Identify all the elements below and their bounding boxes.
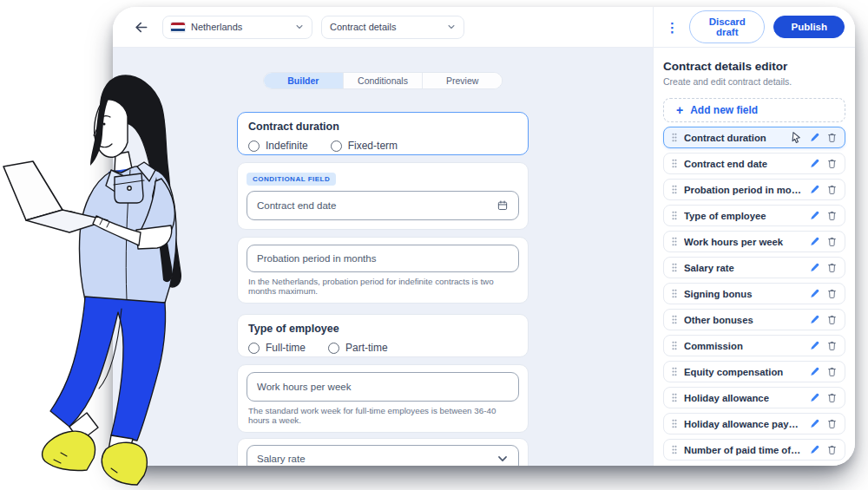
drag-handle-icon[interactable]: [671, 210, 678, 221]
field-row[interactable]: Salary rate: [663, 257, 845, 278]
topbar-left: Netherlands Contract details: [113, 7, 653, 47]
work-hours-input[interactable]: [247, 372, 519, 402]
salary-rate-select[interactable]: Salary rate: [247, 445, 519, 466]
delete-icon[interactable]: [826, 210, 838, 221]
edit-icon[interactable]: [809, 158, 820, 169]
delete-icon[interactable]: [826, 158, 838, 169]
chevron-down-icon: [295, 23, 304, 31]
field-row[interactable]: Holiday allowance payment fre...: [663, 413, 845, 434]
edit-icon[interactable]: [809, 288, 820, 299]
app-window: Netherlands Contract details ⋮ Discard d…: [113, 7, 855, 466]
field-card-contract-end-date[interactable]: CONDITIONAL FIELD: [237, 162, 529, 230]
radio-full-time[interactable]: Full-time: [248, 342, 306, 354]
work-hours-field[interactable]: [257, 382, 509, 392]
salary-rate-value: Salary rate: [257, 454, 496, 464]
field-row[interactable]: Other bonuses: [663, 309, 845, 330]
delete-icon[interactable]: [826, 366, 838, 377]
field-row[interactable]: Equity compensation: [663, 361, 845, 382]
builder-canvas: Builder Conditionals Preview Contract du…: [113, 48, 653, 466]
drag-handle-icon[interactable]: [671, 418, 678, 429]
contract-end-date-field[interactable]: [257, 200, 496, 211]
tab-builder[interactable]: Builder: [264, 73, 344, 88]
field-row[interactable]: Signing bonus: [663, 283, 845, 304]
delete-icon[interactable]: [826, 444, 838, 455]
tab-preview[interactable]: Preview: [423, 73, 502, 88]
edit-icon[interactable]: [809, 340, 820, 351]
radio-indefinite[interactable]: Indefinite: [248, 140, 308, 152]
delete-icon[interactable]: [826, 340, 838, 351]
chevron-down-icon: [496, 453, 509, 465]
field-row[interactable]: Holiday allowance: [663, 387, 845, 408]
drag-handle-icon[interactable]: [671, 444, 678, 455]
delete-icon[interactable]: [826, 392, 838, 403]
radio-icon[interactable]: [328, 343, 339, 354]
field-card-salary-rate[interactable]: Salary rate: [237, 438, 529, 466]
edit-icon[interactable]: [809, 418, 820, 429]
conditional-field-badge: CONDITIONAL FIELD: [247, 173, 336, 186]
drag-handle-icon[interactable]: [671, 262, 678, 273]
delete-icon[interactable]: [826, 262, 838, 273]
delete-icon[interactable]: [826, 288, 838, 299]
back-button[interactable]: [130, 16, 151, 37]
field-row[interactable]: Type of employee: [663, 205, 845, 226]
edit-icon[interactable]: [809, 210, 820, 221]
edit-icon[interactable]: [809, 184, 820, 195]
radio-icon[interactable]: [331, 140, 342, 152]
field-card-probation-period[interactable]: In the Netherlands, probation period for…: [237, 237, 529, 304]
edit-icon[interactable]: [809, 366, 820, 377]
more-menu-button[interactable]: ⋮: [664, 19, 681, 36]
cursor-hand-icon: [790, 131, 803, 144]
delete-icon[interactable]: [826, 418, 838, 429]
field-row[interactable]: Contract end date: [663, 153, 845, 174]
drag-handle-icon[interactable]: [671, 314, 678, 325]
edit-icon[interactable]: [809, 314, 820, 325]
drag-handle-icon[interactable]: [671, 236, 678, 247]
drag-handle-icon[interactable]: [671, 340, 678, 351]
drag-handle-icon[interactable]: [671, 132, 678, 143]
drag-handle-icon[interactable]: [671, 288, 678, 299]
delete-icon[interactable]: [826, 132, 838, 143]
delete-icon[interactable]: [826, 314, 838, 325]
edit-icon[interactable]: [809, 262, 820, 273]
field-row[interactable]: Number of paid time off days: [663, 439, 845, 461]
radio-fixed-term[interactable]: Fixed-term: [331, 140, 398, 152]
edit-icon[interactable]: [809, 132, 820, 143]
field-card-employee-type[interactable]: Type of employee Full-time Part-time: [237, 314, 529, 357]
drag-handle-icon[interactable]: [671, 158, 678, 169]
add-new-field-button[interactable]: + Add new field: [663, 98, 845, 122]
panel-title: Contract details editor: [663, 60, 845, 73]
drag-handle-icon[interactable]: [671, 184, 678, 195]
plus-icon: +: [676, 103, 683, 117]
template-select[interactable]: Contract details: [321, 16, 464, 39]
contract-duration-options: Indefinite Fixed-term: [248, 140, 517, 152]
delete-icon[interactable]: [826, 236, 838, 247]
employee-type-options: Full-time Part-time: [248, 342, 517, 354]
discard-draft-button[interactable]: Discard draft: [689, 10, 765, 43]
probation-period-field[interactable]: [257, 253, 509, 264]
country-select[interactable]: Netherlands: [162, 16, 312, 39]
probation-period-input[interactable]: [247, 245, 519, 272]
probation-helper-text: In the Netherlands, probation period for…: [248, 277, 517, 296]
delete-icon[interactable]: [826, 184, 838, 195]
edit-icon[interactable]: [809, 444, 820, 455]
tab-conditionals[interactable]: Conditionals: [344, 73, 424, 88]
chevron-down-icon: [447, 23, 456, 31]
builder-column: Builder Conditionals Preview Contract du…: [237, 72, 529, 466]
radio-part-time[interactable]: Part-time: [328, 342, 388, 354]
drag-handle-icon[interactable]: [671, 392, 678, 403]
radio-icon[interactable]: [248, 343, 260, 354]
arrow-left-icon: [133, 19, 149, 36]
edit-icon[interactable]: [809, 236, 820, 247]
panel-subtitle: Create and edit contract details.: [663, 76, 845, 87]
field-card-work-hours[interactable]: The standard work week for full-time emp…: [237, 364, 529, 433]
drag-handle-icon[interactable]: [671, 366, 678, 377]
field-row[interactable]: Probation period in months: [663, 179, 845, 200]
edit-icon[interactable]: [809, 392, 820, 403]
field-card-contract-duration[interactable]: Contract duration Indefinite Fixed-term: [237, 112, 529, 155]
radio-icon[interactable]: [248, 140, 260, 152]
publish-button[interactable]: Publish: [773, 16, 845, 38]
field-row[interactable]: Commission: [663, 335, 845, 356]
contract-end-date-input[interactable]: [247, 191, 519, 220]
field-row-contract-duration[interactable]: Contract duration: [663, 127, 845, 148]
field-row[interactable]: Work hours per week: [663, 231, 845, 252]
